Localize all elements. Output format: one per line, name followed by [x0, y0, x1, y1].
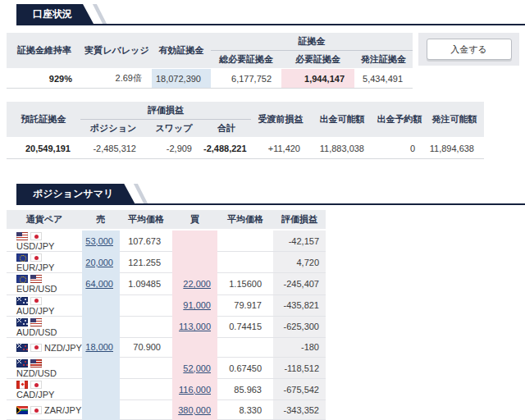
col-header-position-pl: ポジション [80, 120, 146, 138]
deposited-margin-value: 20,549,191 [7, 138, 80, 159]
position-row: CAD/JPY116,00085.963-675,542 [7, 379, 326, 400]
swap-pl-value: -2,909 [146, 138, 202, 159]
pair-name: CAD/JPY [16, 390, 54, 399]
deposit-panel: 入金する [418, 33, 519, 66]
sell-quantity-link[interactable]: 20,000 [85, 258, 113, 267]
sell-quantity-cell [82, 357, 120, 378]
col-header-total-pl: 合計 [202, 120, 251, 138]
pair-name: EUR/JPY [16, 262, 54, 272]
deposit-button[interactable]: 入金する [427, 39, 512, 60]
flag-us-icon [30, 359, 42, 368]
pair-name: NZD/USD [16, 368, 57, 378]
flag-au-icon [16, 297, 28, 305]
buy-quantity-link[interactable]: 113,000 [179, 322, 211, 331]
col-header-total-required-margin: 総必要証拠金 [211, 51, 281, 69]
orderable-amount-value: 11,894,638 [425, 138, 484, 159]
total-pl-value: -2,488,221 [202, 138, 251, 159]
valuation-pl-cell: 4,720 [273, 252, 326, 273]
valuation-pl-cell: -42,157 [273, 230, 326, 252]
valuation-pl-cell: -625,300 [273, 316, 326, 337]
sell-quantity-link[interactable]: 64,000 [85, 279, 113, 289]
flag-jp-icon [30, 344, 42, 352]
col-header-order-margin: 発注証拠金 [354, 51, 413, 69]
buy-avg-price-cell: 8.330 [217, 400, 273, 420]
position-row: AUD/USD113,0000.74415-625,300 [7, 316, 326, 337]
tab-position-summary-label: ポジションサマリ [33, 188, 113, 199]
leverage-value: 2.69倍 [82, 69, 152, 89]
flag-eu-icon [16, 253, 28, 262]
buy-avg-price-cell: 0.67450 [217, 357, 273, 378]
pair-name: AUD/JPY [16, 306, 54, 316]
col-header-swap-pl: スワップ [146, 120, 202, 138]
flag-ca-icon [16, 381, 28, 389]
tab-account-status[interactable]: 口座状況 [16, 4, 94, 24]
valuation-pl-cell: -435,821 [273, 294, 326, 316]
sell-quantity-cell [82, 316, 120, 337]
sell-avg-price-cell [120, 316, 172, 337]
col-header-leverage: 実質レバレッジ [82, 33, 152, 69]
group-header-valuation-pl: 評価損益 [80, 102, 251, 120]
flag-za-icon [16, 406, 28, 414]
buy-quantity-link[interactable]: 116,000 [179, 385, 211, 395]
flag-us-icon [30, 275, 42, 283]
pair-name: EUR/USD [16, 285, 57, 294]
order-margin-value: 5,434,491 [354, 69, 413, 89]
sell-quantity-cell [82, 294, 120, 316]
currency-pair-cell: EUR/USD [7, 273, 82, 294]
buy-avg-price-cell [217, 230, 273, 252]
currency-pair-cell: EUR/JPY [7, 252, 82, 273]
col-header-withdrawable-amount: 出金可能額 [310, 102, 374, 138]
col-header-required-margin: 必要証拠金 [281, 51, 354, 69]
col-header-margin-ratio: 証拠金維持率 [7, 33, 82, 69]
flag-jp-icon [30, 297, 42, 305]
margin-status-table: 証拠金維持率 実質レバレッジ 有効証拠金 証拠金 総必要証拠金 必要証拠金 発注… [7, 33, 413, 89]
buy-quantity-cell: 380,000 [172, 400, 217, 420]
buy-quantity-link[interactable]: 52,000 [183, 363, 211, 373]
position-row: EUR/USD64,0001.0948522,0001.15600-245,40… [7, 273, 326, 294]
position-row: EUR/JPY20,000121.2554,720 [7, 252, 326, 273]
currency-pair-cell: NZD/USD [7, 357, 82, 378]
position-summary-section: ポジションサマリ 通貨ペア 売 平均価格 買 平均価格 評価損益 USD/JPY… [0, 184, 525, 420]
col-header-currency-pair: 通貨ペア [7, 210, 82, 230]
position-summary-tabbar: ポジションサマリ [16, 184, 525, 205]
col-header-buy-avg-price: 平均価格 [217, 210, 273, 230]
sell-quantity-link[interactable]: 53,000 [85, 236, 113, 246]
currency-pair-cell: USD/JPY [7, 230, 82, 252]
currency-pair-cell: AUD/USD [7, 316, 82, 337]
buy-quantity-cell: 113,000 [172, 316, 217, 337]
buy-quantity-link[interactable]: 22,000 [183, 279, 211, 289]
position-pl-value: -2,485,312 [80, 138, 146, 159]
required-margin-value: 1,944,147 [281, 69, 354, 89]
sell-avg-price-cell [120, 357, 172, 378]
col-header-effective-margin: 有効証拠金 [152, 33, 211, 69]
buy-quantity-link[interactable]: 380,000 [178, 405, 211, 415]
buy-avg-price-cell: 0.74415 [217, 316, 273, 337]
withdrawal-reserved-value: 0 [374, 138, 425, 159]
margin-ratio-value: 929% [7, 69, 82, 89]
tab-position-summary[interactable]: ポジションサマリ [16, 184, 135, 203]
col-header-pre-delivery-pl: 受渡前損益 [251, 102, 310, 138]
sell-quantity-link[interactable]: 18,000 [85, 342, 113, 352]
withdrawable-amount-value: 11,883,038 [310, 138, 374, 159]
position-table-body: USD/JPY53,000107.673-42,157EUR/JPY20,000… [7, 230, 326, 420]
col-header-orderable-amount: 発注可能額 [425, 102, 484, 138]
buy-quantity-cell [172, 252, 217, 273]
buy-avg-price-cell: 79.917 [217, 294, 273, 316]
flag-eu-icon [16, 275, 28, 283]
group-header-margin: 証拠金 [211, 33, 413, 51]
position-row: NZD/JPY18,00070.900-180 [7, 337, 326, 357]
sell-quantity-cell: 53,000 [82, 230, 120, 252]
position-row: NZD/USD52,0000.67450-118,512 [7, 357, 326, 378]
sell-avg-price-cell: 107.673 [120, 230, 172, 252]
currency-pair-cell: AUD/JPY [7, 294, 82, 316]
buy-quantity-cell [172, 230, 217, 252]
pair-name: USD/JPY [16, 241, 54, 251]
balance-table: 預託証拠金 評価損益 受渡前損益 出金可能額 出金予約額 発注可能額 ポジション… [7, 102, 484, 159]
tab-accent-decoration [93, 4, 107, 24]
flag-us-icon [30, 318, 42, 326]
sell-avg-price-cell [120, 379, 172, 400]
account-status-section: 口座状況 証拠金維持率 実質レバレッジ 有効証拠金 証拠金 総必要証拠金 必要証… [0, 4, 525, 159]
buy-quantity-cell: 91,000 [172, 294, 217, 316]
buy-quantity-link[interactable]: 91,000 [183, 300, 211, 310]
col-header-withdrawal-reserved: 出金予約額 [374, 102, 425, 138]
